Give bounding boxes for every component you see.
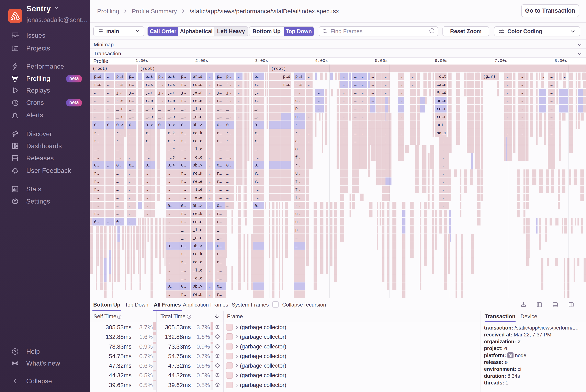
svg-text:…: … bbox=[400, 123, 402, 128]
svg-text:r…: r… bbox=[94, 179, 99, 184]
svg-text:(root): (root) bbox=[93, 66, 107, 71]
svg-text:…: … bbox=[238, 74, 240, 79]
svg-text:…: … bbox=[362, 123, 364, 128]
svg-text:…: … bbox=[343, 114, 345, 119]
svg-text:…: … bbox=[308, 131, 311, 136]
svg-text:p…s: p…s bbox=[283, 74, 290, 79]
svg-text:0b…>: 0b…> bbox=[193, 244, 202, 248]
svg-text:…: … bbox=[550, 114, 553, 119]
svg-text:p…s: p…s bbox=[116, 74, 124, 79]
svg-text:…: … bbox=[146, 171, 148, 176]
svg-text:…: … bbox=[226, 179, 229, 184]
svg-text:r…: r… bbox=[94, 131, 99, 136]
svg-text:r…: r… bbox=[255, 179, 259, 184]
svg-text:ba…1: ba…1 bbox=[436, 131, 446, 136]
svg-text:p…: p… bbox=[158, 74, 163, 79]
svg-text:…: … bbox=[238, 98, 240, 103]
svg-text:…: … bbox=[168, 171, 170, 176]
svg-text:_…: _… bbox=[181, 155, 186, 160]
svg-text:…: … bbox=[168, 252, 170, 256]
svg-text:_…: _… bbox=[217, 155, 222, 160]
svg-text:r…: r… bbox=[255, 139, 259, 144]
svg-text:0…: 0… bbox=[116, 163, 121, 168]
svg-text:r…: r… bbox=[217, 171, 222, 176]
svg-text:_…e: _…e bbox=[116, 114, 124, 119]
svg-text:0b…>: 0b…> bbox=[193, 284, 202, 289]
svg-text:…: … bbox=[371, 74, 374, 79]
svg-text:r…: r… bbox=[181, 252, 186, 256]
svg-text:_…: _… bbox=[94, 204, 99, 208]
svg-text:r…: r… bbox=[116, 131, 121, 136]
svg-text:j…r: j…r bbox=[168, 90, 175, 95]
svg-text:r…: r… bbox=[217, 179, 222, 184]
svg-text:…: … bbox=[400, 131, 402, 136]
svg-text:r…e: r…e bbox=[146, 98, 153, 103]
svg-text:f…: f… bbox=[295, 187, 300, 192]
svg-text:…: … bbox=[226, 187, 229, 192]
svg-text:…: … bbox=[129, 179, 131, 184]
svg-text:_…: _… bbox=[181, 187, 186, 192]
svg-text:…: … bbox=[116, 171, 119, 176]
svg-text:_e…e: _e…e bbox=[192, 196, 202, 200]
svg-text:…: … bbox=[129, 187, 131, 192]
svg-text:0…: 0… bbox=[107, 123, 112, 128]
svg-text:…: … bbox=[385, 82, 387, 87]
svg-text:_…e: _…e bbox=[167, 114, 175, 119]
svg-text:r…: r… bbox=[226, 131, 231, 136]
svg-text:re…r: re…r bbox=[436, 107, 446, 111]
svg-text:…: … bbox=[343, 139, 345, 144]
svg-text:…: … bbox=[308, 123, 311, 128]
svg-text:…: … bbox=[168, 220, 170, 224]
svg-text:p…: p… bbox=[255, 74, 259, 79]
svg-text:_…: _… bbox=[145, 147, 151, 152]
svg-text:0…: 0… bbox=[168, 284, 173, 289]
svg-text:r…: r… bbox=[181, 220, 186, 224]
svg-text:0…: 0… bbox=[94, 163, 99, 168]
svg-text:f…: f… bbox=[295, 196, 300, 200]
svg-text:…: … bbox=[168, 179, 170, 184]
svg-text:p…s: p…s bbox=[94, 74, 101, 79]
svg-text:0…: 0… bbox=[181, 204, 186, 208]
svg-text:_…e: _…e bbox=[145, 114, 153, 119]
svg-text:ca…n: ca…n bbox=[436, 82, 446, 87]
svg-text:_l…e: _l…e bbox=[192, 228, 202, 232]
svg-text:…: … bbox=[343, 74, 345, 79]
svg-text:_…: _… bbox=[158, 107, 163, 111]
svg-text:j…: j… bbox=[158, 90, 163, 95]
svg-text:r…: r… bbox=[116, 139, 121, 144]
svg-text:r…: r… bbox=[255, 98, 259, 103]
svg-text:0…: 0… bbox=[217, 284, 222, 289]
svg-text:_l…e: _l…e bbox=[192, 268, 202, 273]
svg-text:0…: 0… bbox=[116, 220, 121, 224]
svg-text:0…: 0… bbox=[168, 204, 173, 208]
svg-text:…: … bbox=[521, 114, 523, 119]
svg-text:…: … bbox=[308, 74, 311, 79]
svg-text:r…: r… bbox=[94, 139, 99, 144]
svg-text:r…: r… bbox=[226, 98, 231, 103]
svg-text:r…: r… bbox=[181, 179, 186, 184]
svg-text:…: … bbox=[94, 107, 97, 111]
svg-text:p…s: p…s bbox=[295, 74, 303, 79]
svg-text:…: … bbox=[550, 98, 553, 103]
svg-text:0…: 0… bbox=[226, 163, 231, 168]
svg-text:r…: r… bbox=[146, 139, 151, 144]
svg-text:0b…>: 0b…> bbox=[193, 163, 202, 168]
svg-text:…: … bbox=[107, 163, 110, 168]
svg-text:_…: _… bbox=[217, 268, 222, 273]
svg-text:…: … bbox=[354, 139, 357, 144]
svg-text:…: … bbox=[443, 163, 445, 168]
svg-text:…: … bbox=[116, 212, 119, 216]
svg-text:…: … bbox=[542, 74, 544, 79]
svg-text:f…: f… bbox=[295, 155, 300, 160]
svg-text:_…: _… bbox=[254, 107, 259, 111]
svg-text:…: … bbox=[295, 236, 298, 240]
svg-text:…: … bbox=[412, 82, 414, 87]
svg-text:0…: 0… bbox=[129, 163, 134, 168]
svg-text:…: … bbox=[521, 123, 523, 128]
svg-text:0…>: 0…> bbox=[116, 123, 124, 128]
svg-text:P…: P… bbox=[295, 107, 300, 111]
svg-text:…: … bbox=[362, 114, 364, 119]
svg-text:r…: r… bbox=[181, 98, 186, 103]
svg-text:…: … bbox=[129, 196, 131, 200]
svg-text:…: … bbox=[308, 114, 311, 119]
